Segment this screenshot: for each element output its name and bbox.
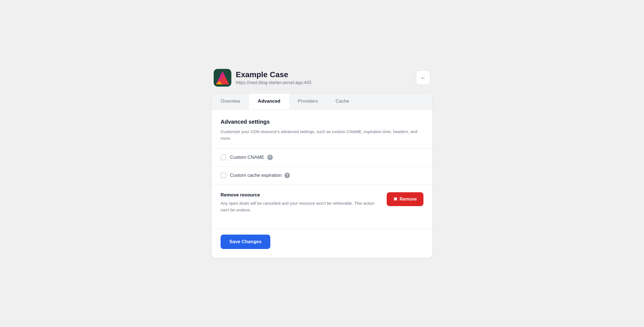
app-title: Example Case: [236, 70, 311, 79]
custom-cache-expiration-help-icon[interactable]: ?: [284, 173, 290, 178]
card-footer: Save Changes: [212, 229, 432, 258]
content-area: Advanced settings Customize your CDN res…: [212, 110, 432, 229]
custom-cname-label[interactable]: Custom CNAME ?: [230, 155, 273, 160]
main-card: Overview Advanced Providers Cache Advanc…: [211, 93, 433, 258]
remove-button-icon: ✖: [393, 196, 397, 202]
custom-cache-expiration-label[interactable]: Custom cache expiration ?: [230, 173, 290, 178]
custom-cname-row: Custom CNAME ?: [221, 149, 423, 166]
save-changes-button[interactable]: Save Changes: [221, 235, 270, 249]
app-url: https://next-blog-starter.vercel.app:443: [236, 80, 311, 85]
remove-button[interactable]: ✖ Remove: [387, 192, 423, 206]
remove-info: Remove resource Any open deals will be c…: [221, 192, 380, 213]
tab-cache[interactable]: Cache: [327, 94, 358, 110]
remove-resource-title: Remove resource: [221, 192, 380, 198]
remove-resource-description: Any open deals will be cancelled and you…: [221, 200, 380, 213]
remove-resource-section: Remove resource Any open deals will be c…: [221, 185, 423, 220]
custom-cname-checkbox[interactable]: [221, 155, 226, 160]
advanced-settings-description: Customize your CDN resource's advanced s…: [221, 128, 423, 142]
back-button[interactable]: ←: [416, 71, 430, 85]
custom-cache-expiration-checkbox[interactable]: [221, 173, 226, 178]
custom-cache-expiration-row: Custom cache expiration ?: [221, 167, 423, 184]
tab-providers[interactable]: Providers: [289, 94, 327, 110]
custom-cname-help-icon[interactable]: ?: [267, 155, 273, 160]
app-icon: [214, 69, 231, 87]
tab-overview[interactable]: Overview: [212, 94, 249, 110]
header-left: Example Case https://next-blog-starter.v…: [214, 69, 311, 87]
tabs-container: Overview Advanced Providers Cache: [212, 94, 432, 110]
page-header: Example Case https://next-blog-starter.v…: [211, 69, 433, 87]
tab-advanced[interactable]: Advanced: [249, 94, 289, 110]
app-info: Example Case https://next-blog-starter.v…: [236, 70, 311, 85]
remove-button-label: Remove: [400, 197, 417, 202]
advanced-settings-title: Advanced settings: [221, 119, 423, 125]
